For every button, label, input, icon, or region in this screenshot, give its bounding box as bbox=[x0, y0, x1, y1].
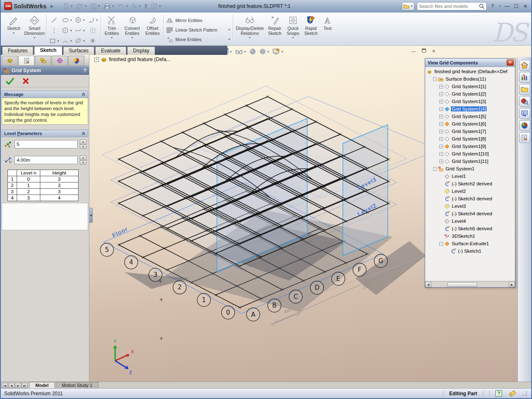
chevron-down-icon[interactable]: ▼ bbox=[111, 36, 113, 39]
help-button[interactable]: ? bbox=[489, 3, 496, 9]
scroll-right-icon[interactable]: ▶ bbox=[509, 282, 515, 287]
tree-item[interactable]: +Grid System1[4] bbox=[439, 105, 515, 113]
offset-entities-button[interactable]: Offset Entities bbox=[143, 13, 162, 45]
tree-item[interactable]: Level4 bbox=[439, 217, 515, 225]
flyout-feature-tree[interactable]: + finished grid feature (Defa... bbox=[94, 57, 170, 62]
trim-entities-button[interactable]: Trim Entities ▼ bbox=[102, 13, 121, 45]
move-entities-button[interactable]: Move Entities ▼ bbox=[165, 34, 232, 44]
panel-splitter-handle[interactable]: ◀ bbox=[89, 208, 93, 223]
level-table[interactable]: Level nHeight103213323434 bbox=[7, 170, 79, 201]
chevron-down-icon[interactable]: ▼ bbox=[84, 5, 87, 7]
tree-item-label[interactable]: Level2 bbox=[451, 189, 467, 194]
collapse-icon[interactable]: − bbox=[433, 77, 437, 81]
chevron-down-icon[interactable]: ▼ bbox=[70, 19, 73, 22]
doc-minimize-button[interactable]: — bbox=[411, 49, 416, 54]
expand-icon[interactable]: + bbox=[94, 57, 99, 62]
components-window-titlebar[interactable]: View Grid Components ✕ bbox=[425, 59, 515, 67]
collapse-icon[interactable]: − bbox=[439, 242, 443, 246]
chevron-down-icon[interactable]: ▼ bbox=[33, 36, 36, 39]
tree-item[interactable]: +Grid System1[1] bbox=[439, 83, 515, 90]
circle-tool-button[interactable]: ▼ bbox=[61, 25, 74, 36]
levels-count-input[interactable]: 5 bbox=[15, 140, 78, 148]
surface-mesh-tool-button[interactable] bbox=[86, 25, 99, 36]
text-button[interactable]: A Text bbox=[320, 13, 335, 45]
feature-manager-tab[interactable] bbox=[2, 56, 18, 65]
tree-item[interactable]: +Grid System1[6] bbox=[439, 120, 515, 128]
ok-button[interactable] bbox=[5, 77, 15, 85]
chevron-down-icon[interactable]: ▼ bbox=[83, 19, 86, 22]
level-table-cell[interactable]: 1 bbox=[17, 182, 40, 189]
doc-close-button[interactable]: ✕ bbox=[432, 49, 436, 54]
rapid-sketch-button[interactable]: Rapid Sketch bbox=[302, 13, 320, 45]
tab-display[interactable]: Display bbox=[127, 47, 155, 55]
level-table-cell[interactable]: 2 bbox=[17, 189, 40, 195]
chevron-down-icon[interactable]: ▼ bbox=[57, 39, 60, 42]
search-input[interactable] bbox=[419, 4, 479, 9]
expand-icon[interactable]: + bbox=[439, 115, 443, 118]
tree-item[interactable]: −Surface Bodies(11) bbox=[433, 75, 515, 83]
chevron-down-icon[interactable]: ▼ bbox=[83, 39, 86, 42]
chevron-down-icon[interactable]: ▼ bbox=[12, 32, 15, 34]
collapse-chevron-icon[interactable] bbox=[81, 131, 86, 135]
expand-icon[interactable]: + bbox=[439, 100, 443, 103]
tree-item-label[interactable]: Grid System1[1] bbox=[451, 84, 487, 89]
tree-item[interactable]: (-) Sketch2 derived bbox=[439, 180, 515, 187]
chevron-down-icon[interactable]: ▼ bbox=[498, 5, 501, 7]
repair-sketch-button[interactable]: Repair Sketch bbox=[265, 13, 284, 45]
ellipse-tool-button[interactable]: ▼ bbox=[74, 36, 86, 46]
slot-tool-button[interactable]: ▼ bbox=[61, 15, 74, 25]
tree-item[interactable]: finished grid feature (Default<<Def bbox=[427, 68, 515, 75]
point-tool-button[interactable] bbox=[86, 36, 99, 46]
rectangle-tool-button[interactable]: ▼ bbox=[48, 36, 61, 46]
tree-item-label[interactable]: Surface Bodies(11) bbox=[445, 76, 487, 81]
linear-sketch-pattern-button[interactable]: Linear Sketch Pattern ▼ bbox=[165, 25, 232, 34]
expand-icon[interactable]: + bbox=[439, 145, 443, 148]
tree-item[interactable]: +Grid System1[2] bbox=[439, 90, 515, 98]
tree-item-label[interactable]: Grid System1[11] bbox=[451, 159, 489, 164]
expand-icon[interactable]: + bbox=[439, 152, 443, 156]
tree-item-label[interactable]: Grid System1[2] bbox=[451, 91, 487, 96]
search-results-button[interactable] bbox=[519, 96, 530, 107]
close-button[interactable]: ✕ bbox=[522, 3, 529, 9]
open-document-button[interactable]: ▼ bbox=[76, 3, 87, 10]
tree-item[interactable]: (-) Sketch5 derived bbox=[439, 225, 515, 232]
save-button[interactable]: ▼ bbox=[90, 3, 101, 10]
tree-item-label[interactable]: Level1 bbox=[451, 174, 467, 179]
tree-item-label[interactable]: Grid System1[9] bbox=[451, 144, 487, 149]
tree-item-label[interactable]: Grid System1[8] bbox=[451, 136, 487, 141]
sketch-button[interactable]: Sketch ▼ bbox=[3, 13, 24, 45]
tree-item-label[interactable]: (-) Sketch5 derived bbox=[451, 226, 493, 231]
scroll-left-icon[interactable]: ◀ bbox=[425, 282, 431, 287]
tab-scroll-button[interactable]: ▶ bbox=[15, 383, 21, 388]
panel-help-button[interactable]: ? bbox=[84, 68, 86, 74]
custom-properties-button[interactable] bbox=[519, 132, 530, 143]
collapse-icon[interactable]: − bbox=[433, 167, 437, 171]
property-manager-tab[interactable] bbox=[18, 56, 34, 65]
polygon-tool-button[interactable]: ▼ bbox=[74, 15, 86, 25]
tree-item[interactable]: +Grid System1[9] bbox=[439, 143, 515, 150]
chevron-down-icon[interactable]: ▼ bbox=[70, 29, 73, 32]
level-table-cell[interactable]: 3 bbox=[40, 189, 79, 195]
expand-icon[interactable]: + bbox=[439, 107, 443, 111]
tree-item[interactable]: −3DGrid System1 bbox=[433, 165, 515, 172]
tree-item[interactable]: +Grid System1[7] bbox=[439, 128, 515, 135]
quick-snaps-button[interactable]: Quick Snaps ▼ bbox=[284, 13, 302, 45]
level-height-spinner[interactable]: ▲▼ bbox=[80, 155, 86, 165]
message-group-header[interactable]: Message bbox=[2, 91, 88, 98]
chevron-down-icon[interactable]: ▼ bbox=[228, 38, 231, 41]
tree-item[interactable]: (-) Sketch1 bbox=[446, 247, 515, 255]
level-table-cell[interactable]: 3 bbox=[17, 195, 40, 201]
search-box[interactable] bbox=[417, 2, 487, 10]
resources-home-button[interactable] bbox=[519, 60, 530, 71]
chevron-down-icon[interactable]: ▼ bbox=[70, 5, 73, 7]
tree-item[interactable]: Level1 bbox=[439, 172, 515, 180]
fillet-tool-button[interactable]: ▼ bbox=[86, 15, 99, 25]
expand-icon[interactable]: + bbox=[439, 160, 443, 163]
tab-scroll-button[interactable]: ◀ bbox=[8, 383, 15, 388]
tree-item[interactable]: +Grid System1[8] bbox=[439, 135, 515, 143]
tree-item-label[interactable]: 3DSketch1 bbox=[451, 234, 476, 239]
chevron-down-icon[interactable]: ▼ bbox=[229, 50, 232, 53]
level-table-cell[interactable]: 4 bbox=[40, 195, 79, 201]
configuration-manager-tab[interactable] bbox=[35, 56, 51, 65]
tree-item-label[interactable]: (-) Sketch2 derived bbox=[451, 181, 493, 186]
